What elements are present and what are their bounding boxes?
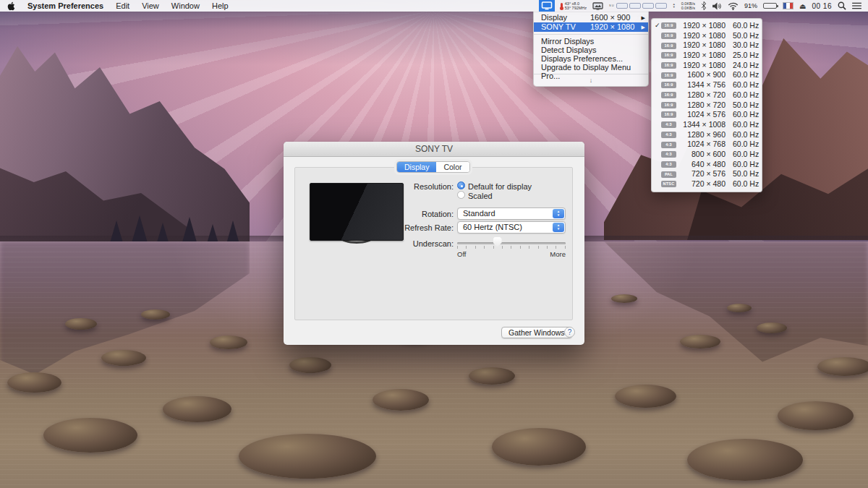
battery-icon[interactable] xyxy=(763,3,777,9)
cpu-temp-status[interactable]: 43° x8.0 53° 792MHz xyxy=(561,0,587,12)
menu-item-sony-tv[interactable]: SONY TV 1920 × 1080 ▶ xyxy=(534,22,648,32)
resolution-text: 1600 × 900 xyxy=(678,70,726,80)
displays-status-icon[interactable] xyxy=(592,0,603,12)
tab-display[interactable]: Display xyxy=(397,162,436,172)
resolution-option[interactable]: 16:91024 × 57660.0 Hz xyxy=(652,110,762,120)
select-stepper-icon: ▲▼ xyxy=(553,209,564,218)
aspect-ratio-badge: 16:9 xyxy=(661,111,676,118)
resolution-option[interactable]: ✓16:91920 × 108060.0 Hz xyxy=(652,21,762,31)
rock xyxy=(141,309,170,320)
resolution-option[interactable]: 4:31024 × 76860.0 Hz xyxy=(652,140,762,150)
radio-scaled[interactable] xyxy=(457,191,465,199)
resolution-option[interactable]: 16:91920 × 108025.0 Hz xyxy=(652,51,762,61)
resolution-text: 1280 × 720 xyxy=(678,100,726,111)
menu-action-displays-preferences[interactable]: Displays Preferences... xyxy=(534,54,648,63)
resolution-option[interactable]: 16:91920 × 108050.0 Hz xyxy=(652,31,762,41)
radio-scaled-label[interactable]: Scaled xyxy=(468,192,493,200)
resolution-option[interactable]: 4:3800 × 60060.0 Hz xyxy=(652,150,762,160)
net-speed-status[interactable]: 0.0KB/s 0.0KB/s xyxy=(681,1,695,10)
radio-default-for-display[interactable] xyxy=(457,181,465,189)
window-title: SONY TV xyxy=(415,144,453,154)
refresh-rate-select[interactable]: 60 Hertz (NTSC) ▲▼ xyxy=(457,221,566,234)
display-menu-extra-icon[interactable] xyxy=(539,0,555,12)
menu-item-display[interactable]: Display 1600 × 900 ▶ xyxy=(534,13,648,22)
rock xyxy=(373,389,429,411)
menu-app-name[interactable]: System Preferences xyxy=(27,1,103,10)
menu-view[interactable]: View xyxy=(142,1,159,10)
resolution-text: 800 × 600 xyxy=(678,150,726,160)
menu-window[interactable]: Window xyxy=(171,1,200,10)
underscan-ticks xyxy=(457,246,566,249)
rock xyxy=(163,396,231,422)
rotation-value: Standard xyxy=(463,209,495,218)
volume-icon[interactable] xyxy=(712,0,722,12)
radio-default-label[interactable]: Default for display xyxy=(468,182,532,191)
refresh-rate-text: 60.0 Hz xyxy=(733,80,759,90)
gather-windows-button[interactable]: Gather Windows xyxy=(501,327,572,338)
resolution-option[interactable]: 16:91280 × 72060.0 Hz xyxy=(652,90,762,100)
resolution-option[interactable]: 16:91344 × 75660.0 Hz xyxy=(652,80,762,90)
resolution-text: 1920 × 1080 xyxy=(678,40,726,51)
aspect-ratio-badge: 16:9 xyxy=(661,22,676,29)
menu-help[interactable]: Help xyxy=(212,1,229,10)
underscan-slider-track[interactable] xyxy=(457,242,566,244)
rock xyxy=(778,401,854,430)
resolution-option[interactable]: 16:91920 × 108024.0 Hz xyxy=(652,61,762,71)
menu-bar: System Preferences EditViewWindowHelp 43… xyxy=(0,0,868,12)
resolution-option[interactable]: 4:31280 × 96060.0 Hz xyxy=(652,130,762,140)
aspect-ratio-badge: 4:3 xyxy=(661,161,676,168)
resolution-option[interactable]: 16:91600 × 90060.0 Hz xyxy=(652,70,762,80)
resolution-text: 1344 × 756 xyxy=(678,80,726,90)
resolution-text: 1920 × 1080 xyxy=(678,51,726,61)
resolution-option[interactable]: 16:91920 × 108030.0 Hz xyxy=(652,40,762,51)
wifi-icon[interactable] xyxy=(728,0,739,12)
menu-edit[interactable]: Edit xyxy=(116,1,129,10)
help-button[interactable]: ? xyxy=(564,327,575,338)
menu-action-mirror-displays[interactable]: Mirror Displays xyxy=(534,37,648,46)
display-resolution: 1920 × 1080 xyxy=(590,22,634,32)
rock xyxy=(680,335,720,348)
resolution-text: 1920 × 1080 xyxy=(678,31,726,41)
aspect-ratio-badge: PAL xyxy=(661,171,676,178)
rotation-select[interactable]: Standard ▲▼ xyxy=(457,207,566,220)
input-language-flag-icon[interactable] xyxy=(783,2,793,9)
window-title-bar[interactable]: SONY TV xyxy=(284,142,584,157)
aspect-ratio-badge: NTSC xyxy=(661,181,676,187)
refresh-rate-text: 60.0 Hz xyxy=(733,120,759,130)
rock xyxy=(817,357,868,376)
rock xyxy=(101,350,146,366)
meter-bar-1 xyxy=(616,3,628,9)
menu-action-upgrade-to-display-menu-pro[interactable]: Upgrade to Display Menu Pro... xyxy=(534,63,648,72)
display-resolution: 1600 × 900 xyxy=(590,13,630,22)
aspect-ratio-badge: 16:9 xyxy=(661,102,676,108)
resolution-option[interactable]: PAL720 × 57650.0 Hz xyxy=(652,169,762,179)
apple-menu-icon[interactable] xyxy=(7,0,15,12)
submenu-arrow-icon: ▶ xyxy=(642,13,645,22)
menu-bar-left: System Preferences EditViewWindowHelp xyxy=(0,0,229,12)
eject-icon[interactable]: ⏏ xyxy=(799,2,806,10)
refresh-rate-text: 60.0 Hz xyxy=(733,160,759,170)
menu-clock[interactable]: 00 16 xyxy=(812,2,832,10)
aspect-ratio-badge: 16:9 xyxy=(661,33,676,39)
resolution-option[interactable]: 16:91280 × 72050.0 Hz xyxy=(652,100,762,111)
refresh-rate-value: 60 Hertz (NTSC) xyxy=(463,223,522,231)
resolution-text: 1344 × 1008 xyxy=(678,120,726,130)
notification-center-icon[interactable] xyxy=(852,0,861,12)
bluetooth-icon[interactable] xyxy=(701,0,707,12)
resolution-option[interactable]: 4:31344 × 100860.0 Hz xyxy=(652,120,762,130)
cpu-temp-line2: 53° 792MHz xyxy=(565,6,587,10)
resolution-option[interactable]: 4:3640 × 48060.0 Hz xyxy=(652,160,762,170)
resolution-option[interactable]: NTSC720 × 48060.0 Hz xyxy=(652,179,762,189)
refresh-rate-text: 60.0 Hz xyxy=(733,70,759,80)
refresh-rate-text: 30.0 Hz xyxy=(733,40,759,51)
rock xyxy=(492,428,586,466)
menu-action-detect-displays[interactable]: Detect Displays xyxy=(534,46,648,54)
display-name: SONY TV xyxy=(541,22,576,31)
refresh-rate-text: 60.0 Hz xyxy=(733,110,759,120)
spotlight-search-icon[interactable] xyxy=(838,0,846,12)
cpu-meters[interactable]: S U xyxy=(609,0,667,12)
resolution-submenu: ✓16:91920 × 108060.0 Hz16:91920 × 108050… xyxy=(651,18,762,192)
meter-bar-4 xyxy=(655,3,667,9)
tab-color[interactable]: Color xyxy=(436,162,469,172)
net-arrows-icon: ▲▼ xyxy=(673,3,676,9)
